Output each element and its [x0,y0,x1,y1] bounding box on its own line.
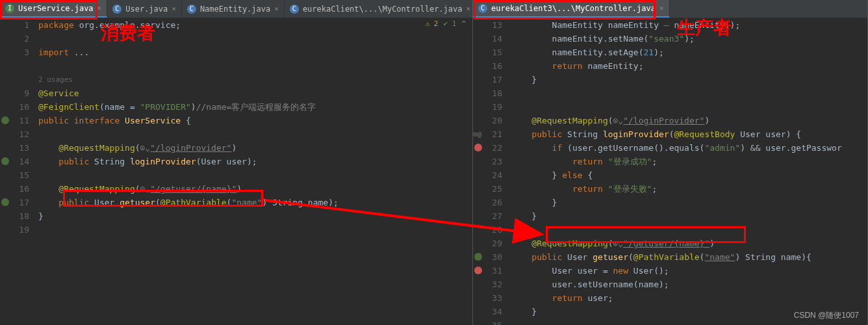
code-line[interactable]: return "登录失败"; [511,182,867,196]
tab-label: eurekaClient\...\MyController.java [303,5,463,14]
left-code[interactable]: package org.example.service; import ... … [36,18,472,325]
code-line[interactable] [511,223,867,237]
code-line[interactable]: } [511,209,867,223]
code-line[interactable]: user.setUsername(name); [511,278,867,291]
code-line[interactable] [38,59,472,73]
tab-eurekaclient3-mycontroller-java[interactable]: CeurekaClient3\...\MyController.java× [473,0,670,18]
code-line[interactable]: 2 usages [38,73,472,86]
class-icon: C [187,5,196,14]
code-line[interactable]: if (user.getUsername().equals("admin") &… [511,141,867,155]
code-line[interactable]: @RequestMapping(⊙⌄"/loginProvider") [511,114,867,127]
left-gutter: 123 910111213141516171819 [0,18,36,325]
ok-count: ✔ 1 [444,20,457,28]
tab-nameentity-java[interactable]: CNameEntity.java× [182,0,285,18]
code-line[interactable]: import ... [38,46,472,59]
tab-label: UserService.java [18,4,94,13]
watermark: CSDN @随便1007 [794,310,859,321]
code-line[interactable] [511,86,867,100]
close-icon[interactable]: × [97,4,102,12]
code-line[interactable] [38,168,472,182]
code-line[interactable]: return "登录成功"; [511,155,867,168]
code-line[interactable]: @RequestMapping(⊙⌄"/getuser/{name}") [38,182,472,196]
code-line[interactable]: @FeignClient(name = "PROVIDER")//name=客户… [38,100,472,114]
code-line[interactable]: User user = new User(); [511,264,867,278]
close-icon[interactable]: × [172,5,176,13]
tab-label: NameEntity.java [200,5,270,14]
inspection-status: ⚠ 2 ✔ 1 ^ [426,20,466,28]
class-icon: C [478,4,487,13]
code-line[interactable]: } else { [511,168,867,182]
if-icon: I [5,4,14,13]
status-more: ^ [461,20,466,28]
code-line[interactable] [38,127,472,141]
code-line[interactable]: return nameEntity; [511,59,867,73]
left-tab-bar: IUserService.java×CUser.java×CNameEntity… [0,0,472,18]
class-icon: C [290,5,299,14]
code-line[interactable] [511,100,867,114]
tab-label: User.java [125,5,168,14]
code-line[interactable] [38,223,472,237]
code-line[interactable]: public User getuser(@PathVariable("name"… [38,196,472,209]
code-line[interactable] [38,32,472,46]
right-code[interactable]: NameEntity nameEntity — nameEntity(); na… [509,18,867,325]
code-line[interactable]: public String loginProvider(User user); [38,155,472,168]
code-line[interactable]: nameEntity.setName("sean3"); [511,32,867,46]
code-line[interactable]: public interface UserService { [38,114,472,127]
left-editor[interactable]: ⚠ 2 ✔ 1 ^ 123 910111213141516171819 pack… [0,18,472,325]
code-line[interactable]: package org.example.service; [38,18,472,32]
tab-label: eurekaClient3\...\MyController.java [491,4,656,13]
tab-eurekaclient-mycontroller-java[interactable]: CeurekaClient\...\MyController.java× [285,0,472,18]
code-line[interactable]: @RequestMapping(⊙⌄"/getuser/{name}") [511,237,867,250]
tab-userservice-java[interactable]: IUserService.java× [0,0,107,18]
tab-user-java[interactable]: CUser.java× [107,0,182,18]
close-icon[interactable]: × [466,5,471,13]
class-icon: C [112,5,121,14]
right-tab-bar: CeurekaClient3\...\MyController.java× [473,0,867,18]
code-line[interactable]: @RequestMapping(⊙⌄"/loginProvider") [38,141,472,155]
right-gutter: 131415161718192021⊙@22232425262728293031… [473,18,509,325]
code-line[interactable]: } [511,73,867,86]
code-line[interactable]: public User getuser(@PathVariable("name"… [511,250,867,264]
close-icon[interactable]: × [274,5,279,13]
code-line[interactable]: @Service [38,86,472,100]
right-editor[interactable]: 131415161718192021⊙@22232425262728293031… [473,18,867,325]
code-line[interactable]: public String loginProvider(@RequestBody… [511,127,867,141]
code-line[interactable]: NameEntity nameEntity — nameEntity(); [511,18,867,32]
code-line[interactable]: } [511,196,867,209]
warnings-count: ⚠ 2 [426,20,439,28]
code-line[interactable]: nameEntity.setAge(21); [511,46,867,59]
right-editor-pane: CeurekaClient3\...\MyController.java× 13… [473,0,868,325]
code-line[interactable]: return user; [511,291,867,305]
left-editor-pane: IUserService.java×CUser.java×CNameEntity… [0,0,473,325]
close-icon[interactable]: × [659,4,664,12]
code-line[interactable]: } [38,209,472,223]
